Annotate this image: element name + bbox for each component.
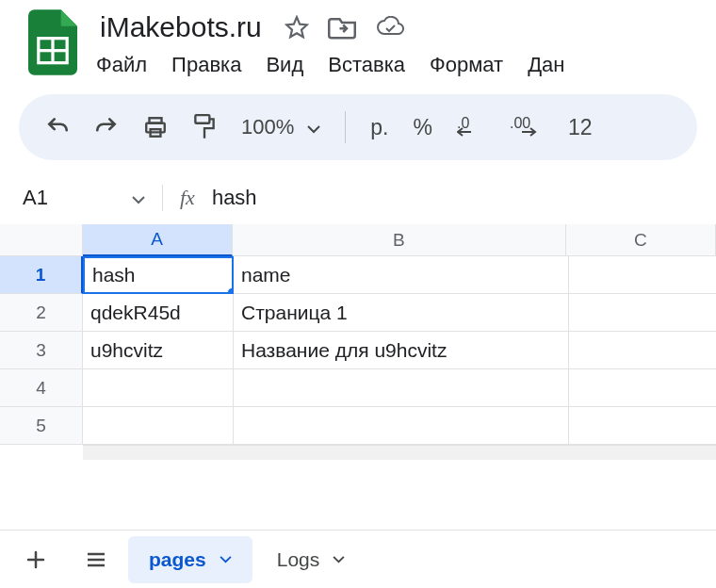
menu-view[interactable]: Вид <box>266 53 303 77</box>
menu-data[interactable]: Дан <box>528 53 564 77</box>
svg-rect-6 <box>195 115 209 123</box>
cell-B4[interactable] <box>234 369 569 407</box>
sheet-tab-label: pages <box>149 548 206 571</box>
cell-A4[interactable] <box>83 369 234 407</box>
spreadsheet-grid: A B C 1 2 3 4 5 hash name qdekR45d Стран… <box>0 224 716 460</box>
cell-B1[interactable]: name <box>234 256 569 294</box>
cell-A1[interactable]: hash <box>83 256 234 294</box>
cell-C3[interactable] <box>569 332 716 369</box>
row-header-5[interactable]: 5 <box>0 407 83 445</box>
menu-edit[interactable]: Правка <box>171 53 241 77</box>
cell-A5[interactable] <box>83 407 234 445</box>
print-icon[interactable] <box>143 115 168 139</box>
header: iMakebots.ru Файл Правка Вид Вставка Фор… <box>0 0 716 77</box>
fx-label: fx <box>180 186 195 210</box>
undo-icon[interactable] <box>45 115 70 139</box>
column-header-A[interactable]: A <box>83 224 233 256</box>
menu-insert[interactable]: Вставка <box>328 53 405 77</box>
row-header-1[interactable]: 1 <box>0 256 83 294</box>
chevron-down-icon[interactable] <box>220 552 232 566</box>
move-folder-icon[interactable] <box>328 15 356 40</box>
add-sheet-button[interactable] <box>8 536 64 583</box>
menu-format[interactable]: Формат <box>430 53 503 77</box>
chevron-down-icon[interactable] <box>333 552 345 566</box>
sheet-tabs-bar: pages Logs <box>0 530 716 588</box>
zoom-dropdown[interactable]: 100% <box>241 115 320 139</box>
cell-B2[interactable]: Страница 1 <box>234 294 569 332</box>
column-header-B[interactable]: B <box>233 224 566 256</box>
sheets-logo[interactable] <box>28 9 77 75</box>
zoom-value: 100% <box>241 115 294 139</box>
name-box[interactable]: A1 <box>19 186 113 210</box>
star-icon[interactable] <box>285 15 309 40</box>
cell-A3[interactable]: u9hcvitz <box>83 332 234 369</box>
row-header-2[interactable]: 2 <box>0 294 83 332</box>
svg-text:.00: .00 <box>510 115 530 131</box>
document-title[interactable]: iMakebots.ru <box>96 9 266 45</box>
currency-button[interactable]: р. <box>370 115 388 140</box>
cell-C2[interactable] <box>569 294 716 332</box>
increase-decimal-icon[interactable]: .00 <box>510 114 544 140</box>
cell-B5[interactable] <box>234 407 569 445</box>
all-sheets-button[interactable] <box>68 536 124 583</box>
separator <box>345 111 346 143</box>
selection-handle[interactable] <box>227 287 234 294</box>
sheet-tab-pages[interactable]: pages <box>128 536 252 583</box>
sheet-tab-logs[interactable]: Logs <box>256 536 366 583</box>
menu-file[interactable]: Файл <box>96 53 147 77</box>
row-header-3[interactable]: 3 <box>0 332 83 369</box>
percent-button[interactable]: % <box>413 115 431 140</box>
svg-text:.0: .0 <box>457 115 469 131</box>
cell-A2[interactable]: qdekR45d <box>83 294 234 332</box>
sheet-tab-label: Logs <box>277 548 320 571</box>
decrease-decimal-icon[interactable]: .0 <box>457 114 485 140</box>
horizontal-scrollbar[interactable] <box>83 445 716 460</box>
select-all-corner[interactable] <box>0 224 83 256</box>
more-format[interactable]: 12 <box>568 115 593 140</box>
name-box-dropdown-icon[interactable] <box>132 186 145 210</box>
cell-B3[interactable]: Название для u9hcvitz <box>234 332 569 369</box>
cell-C1[interactable] <box>569 256 716 294</box>
cell-C5[interactable] <box>569 407 716 445</box>
paint-format-icon[interactable] <box>192 113 217 141</box>
formula-bar[interactable]: hash <box>212 186 257 210</box>
column-header-C[interactable]: C <box>566 224 716 256</box>
redo-icon[interactable] <box>94 115 119 139</box>
cell-C4[interactable] <box>569 369 716 407</box>
menu-bar: Файл Правка Вид Вставка Формат Дан <box>96 53 697 77</box>
name-box-row: A1 fx hash <box>19 185 716 211</box>
row-header-4[interactable]: 4 <box>0 369 83 407</box>
separator <box>162 185 163 211</box>
toolbar: 100% р. % .0 .00 12 <box>19 94 697 160</box>
chevron-down-icon <box>307 115 320 139</box>
cloud-status-icon[interactable] <box>375 16 405 39</box>
svg-rect-4 <box>146 123 165 133</box>
